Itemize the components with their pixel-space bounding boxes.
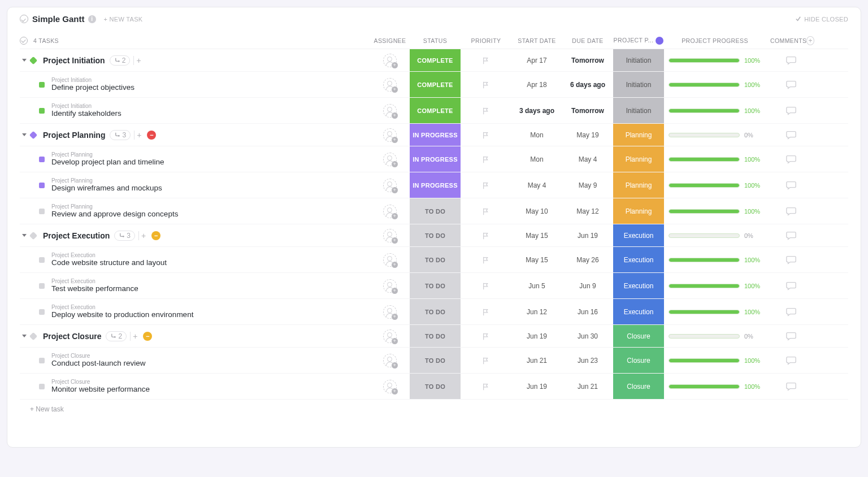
due-date[interactable]: Tomorrow [562, 57, 613, 64]
task-row[interactable]: Project Planning Develop project plan an… [20, 146, 848, 172]
phase-badge[interactable]: Execution [613, 247, 664, 272]
add-subtask-button[interactable]: + [134, 131, 144, 140]
assignee-empty[interactable]: + [383, 78, 397, 92]
assignee-empty[interactable]: + [383, 380, 397, 393]
status-badge[interactable]: TO DO [410, 348, 461, 373]
status-badge[interactable]: TO DO [410, 224, 461, 246]
task-title[interactable]: Develop project plan and timeline [51, 158, 164, 167]
comments-button[interactable] [785, 105, 797, 116]
start-date[interactable]: Jun 12 [511, 308, 562, 316]
task-row[interactable]: Project Execution Code website structure… [20, 247, 848, 273]
task-title[interactable]: Test website performance [51, 284, 138, 294]
due-date[interactable]: May 19 [562, 131, 613, 139]
group-name[interactable]: Project Closure [43, 332, 101, 341]
task-title[interactable]: Identify stakeholders [51, 109, 121, 119]
due-date[interactable]: May 4 [562, 155, 613, 163]
task-title[interactable]: Code website structure and layout [51, 258, 167, 268]
task-title[interactable]: Review and approve design concepts [51, 210, 178, 219]
progress-bar[interactable]: 0% [664, 132, 766, 138]
hide-closed-toggle[interactable]: HIDE CLOSED [795, 16, 848, 23]
progress-bar[interactable]: 100% [664, 81, 766, 88]
assignee-empty[interactable]: + [383, 54, 397, 67]
start-date[interactable]: May 15 [511, 232, 562, 240]
status-badge[interactable]: COMPLETE [410, 98, 461, 123]
group-name[interactable]: Project Initiation [43, 56, 105, 65]
task-row[interactable]: Project Closure Monitor website performa… [20, 374, 848, 400]
assignee-empty[interactable]: + [383, 104, 397, 118]
comments-button[interactable] [785, 206, 797, 217]
status-badge[interactable]: COMPLETE [410, 49, 461, 71]
new-task-button[interactable]: + NEW TASK [104, 16, 143, 23]
due-date[interactable]: Jun 30 [562, 332, 613, 340]
start-date[interactable]: 3 days ago [511, 107, 562, 115]
priority-flag[interactable] [461, 332, 511, 340]
start-date[interactable]: Jun 5 [511, 282, 562, 290]
due-date[interactable]: Jun 19 [562, 232, 613, 240]
assignee-empty[interactable]: + [383, 305, 397, 319]
due-date[interactable]: May 26 [562, 256, 613, 264]
start-date[interactable]: Jun 21 [511, 357, 562, 365]
task-title[interactable]: Monitor website performance [51, 385, 150, 394]
due-date[interactable]: 6 days ago [562, 81, 613, 89]
col-comments[interactable]: COMMENTS + [766, 36, 817, 45]
priority-flag[interactable] [461, 256, 511, 264]
task-row[interactable]: Project Initiation Identify stakeholders… [20, 98, 848, 124]
collapse-all-icon[interactable] [20, 15, 28, 23]
status-badge[interactable]: TO DO [410, 247, 461, 272]
phase-badge[interactable]: Planning [613, 198, 664, 224]
progress-bar[interactable]: 100% [664, 383, 766, 390]
chevron-down-icon[interactable] [22, 234, 27, 237]
progress-bar[interactable]: 100% [664, 107, 766, 114]
start-date[interactable]: May 15 [511, 256, 562, 264]
start-date[interactable]: Apr 18 [511, 81, 562, 89]
col-progress[interactable]: PROJECT PROGRESS [664, 37, 766, 44]
add-column-button[interactable]: + [806, 36, 814, 45]
priority-flag[interactable] [461, 207, 511, 215]
assignee-empty[interactable]: + [383, 128, 397, 142]
start-date[interactable]: Apr 17 [511, 57, 562, 64]
progress-bar[interactable]: 100% [664, 182, 766, 189]
comments-button[interactable] [785, 154, 797, 165]
task-row[interactable]: Project Closure Conduct post-launch revi… [20, 348, 848, 374]
subtask-count[interactable]: 2 [110, 55, 131, 66]
comments-button[interactable] [785, 55, 797, 66]
due-date[interactable]: Jun 23 [562, 357, 613, 365]
comments-button[interactable] [785, 230, 797, 241]
assignee-empty[interactable]: + [383, 279, 397, 293]
start-date[interactable]: Jun 19 [511, 332, 562, 340]
priority-flag[interactable] [461, 181, 511, 189]
comments-button[interactable] [785, 129, 797, 141]
progress-bar[interactable]: 100% [664, 283, 766, 289]
status-badge[interactable]: TO DO [410, 374, 461, 399]
col-phase[interactable]: PROJECT P... [613, 37, 664, 45]
add-subtask-button[interactable]: + [138, 231, 148, 240]
phase-badge[interactable]: Execution [613, 273, 664, 298]
phase-badge[interactable]: Initiation [613, 72, 664, 97]
progress-bar[interactable]: 100% [664, 309, 766, 315]
phase-badge[interactable]: Planning [613, 172, 664, 198]
group-name[interactable]: Project Planning [43, 131, 105, 140]
task-title[interactable]: Define project objectives [51, 83, 134, 93]
priority-flag[interactable] [461, 155, 511, 163]
assignee-empty[interactable]: + [383, 354, 397, 367]
due-date[interactable]: Jun 9 [562, 282, 613, 290]
select-all-icon[interactable] [20, 37, 28, 45]
priority-flag[interactable] [461, 57, 511, 64]
start-date[interactable]: May 4 [511, 181, 562, 189]
progress-bar[interactable]: 100% [664, 357, 766, 364]
phase-badge[interactable]: Initiation [613, 98, 664, 123]
progress-bar[interactable]: 100% [664, 57, 766, 64]
due-date[interactable]: Jun 21 [562, 383, 613, 391]
priority-flag[interactable] [461, 308, 511, 316]
comments-button[interactable] [785, 280, 797, 292]
priority-flag[interactable] [461, 131, 511, 139]
priority-flag[interactable] [461, 107, 511, 115]
task-row[interactable]: Project Initiation Define project object… [20, 72, 848, 98]
status-badge[interactable]: IN PROGRESS [410, 124, 461, 146]
priority-flag[interactable] [461, 81, 511, 89]
col-priority[interactable]: PRIORITY [461, 37, 511, 44]
chevron-down-icon[interactable] [22, 133, 27, 136]
subtask-count[interactable]: 2 [106, 331, 127, 341]
task-row[interactable]: Project Planning Design wireframes and m… [20, 172, 848, 198]
task-title[interactable]: Deploy website to production environment [51, 310, 193, 320]
